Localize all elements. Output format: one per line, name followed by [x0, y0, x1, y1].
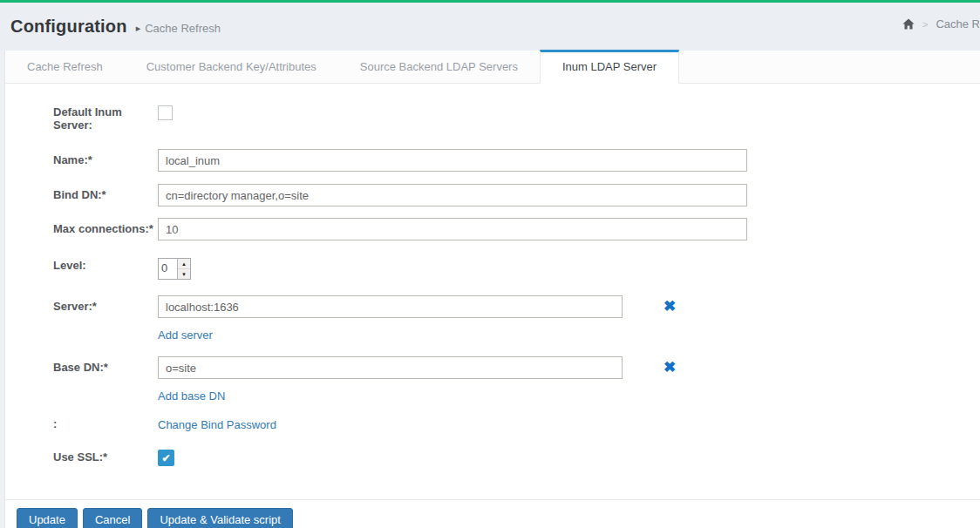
caret-right-icon: ▸ — [136, 23, 141, 34]
inum-ldap-server-form: Default Inum Server: Name:* Bind DN:* Ma… — [5, 84, 980, 466]
bind-password-row: : Change Bind Password — [53, 416, 980, 431]
max-connections-label: Max connections:* — [53, 218, 158, 235]
home-icon[interactable] — [902, 18, 915, 30]
add-server-link[interactable]: Add server — [158, 328, 676, 342]
spinner-up-icon[interactable]: ▲ — [178, 259, 190, 269]
update-validate-script-button[interactable]: Update & Validate script — [147, 508, 293, 528]
server-input[interactable] — [158, 295, 623, 318]
update-button[interactable]: Update — [17, 508, 78, 528]
breadcrumb-label: Cache R — [936, 17, 980, 30]
tab-bar: Cache Refresh Customer Backend Key/Attri… — [5, 51, 980, 84]
breadcrumb-separator: > — [922, 19, 928, 30]
use-ssl-label: Use SSL:* — [53, 450, 158, 464]
bind-dn-row: Bind DN:* — [53, 184, 980, 206]
tab-customer-backend-key-attributes[interactable]: Customer Backend Key/Attributes — [125, 52, 338, 83]
tab-source-backend-ldap-servers[interactable]: Source Backend LDAP Servers — [338, 52, 540, 83]
default-inum-server-checkbox[interactable] — [158, 105, 173, 120]
content-panel: Cache Refresh Customer Backend Key/Attri… — [4, 51, 980, 528]
use-ssl-row: Use SSL:* ✔ — [53, 450, 980, 466]
base-dn-label: Base DN:* — [53, 356, 158, 374]
add-base-dn-link[interactable]: Add base DN — [158, 389, 676, 403]
level-row: Level: 0 ▲ ▼ — [53, 258, 980, 280]
name-label: Name:* — [53, 149, 158, 166]
spinner-down-icon[interactable]: ▼ — [178, 269, 190, 279]
base-dn-input[interactable] — [158, 356, 623, 379]
bind-dn-label: Bind DN:* — [53, 184, 158, 201]
level-spinner: 0 ▲ ▼ — [158, 258, 191, 280]
max-connections-row: Max connections:* — [53, 218, 980, 240]
default-inum-server-row: Default Inum Server: — [53, 105, 980, 132]
tab-inum-ldap-server[interactable]: Inum LDAP Server — [540, 50, 679, 84]
check-icon: ✔ — [161, 452, 170, 464]
remove-server-icon[interactable]: ✖ — [664, 295, 676, 318]
base-dn-row: Base DN:* ✖ Add base DN — [53, 356, 980, 403]
use-ssl-checkbox[interactable]: ✔ — [158, 450, 174, 466]
cancel-button[interactable]: Cancel — [83, 508, 142, 528]
level-label: Level: — [53, 258, 158, 272]
footer-buttons: Update Cancel Update & Validate script — [5, 500, 980, 528]
tab-cache-refresh[interactable]: Cache Refresh — [5, 52, 125, 83]
bind-password-label: : — [53, 416, 158, 430]
level-spinner-value[interactable]: 0 — [159, 259, 177, 279]
page-subtitle: Cache Refresh — [145, 22, 221, 35]
default-inum-server-label: Default Inum Server: — [53, 105, 158, 132]
server-label: Server:* — [53, 295, 158, 313]
name-row: Name:* — [53, 149, 980, 172]
bind-dn-input[interactable] — [158, 184, 747, 206]
page-header: Configuration ▸ Cache Refresh > Cache R — [0, 3, 980, 51]
page-title: Configuration — [10, 17, 127, 37]
change-bind-password-link[interactable]: Change Bind Password — [158, 416, 276, 431]
remove-base-dn-icon[interactable]: ✖ — [664, 356, 676, 379]
max-connections-input[interactable] — [158, 218, 747, 240]
level-spinner-buttons: ▲ ▼ — [177, 259, 190, 279]
server-row: Server:* ✖ Add server — [53, 295, 980, 342]
breadcrumb: > Cache R — [902, 17, 980, 30]
name-input[interactable] — [158, 149, 747, 172]
